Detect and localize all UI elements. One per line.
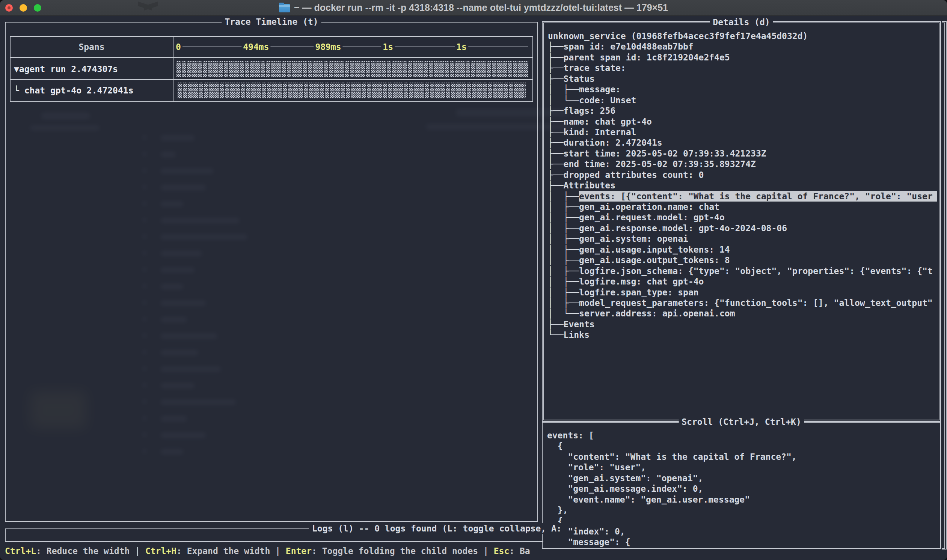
details-tree-line[interactable]: │ ├──message: [548, 84, 937, 95]
tree-guide: ├── [548, 74, 564, 84]
details-tree-line[interactable]: ├──Attributes [548, 180, 937, 191]
minimize-button[interactable] [20, 4, 27, 12]
details-tree-line[interactable]: │ ├──gen_ai.operation.name: chat [548, 202, 937, 212]
details-tree-line[interactable]: │ ├──logfire.json_schema: {"type": "obje… [548, 266, 937, 276]
details-tree-line[interactable]: │ ├──logfire.msg: chat gpt-4o [548, 276, 937, 287]
terminal-window: ~ — docker run --rm -it -p 4318:4318 --n… [0, 0, 947, 560]
details-tree-line[interactable]: ├──kind: Internal [548, 127, 937, 137]
tree-guide: │ ├── [548, 255, 579, 265]
details-tree-line[interactable]: unknown_service (01968fefb4acec3f9fef17e… [548, 31, 937, 41]
tree-node-text: model_request_parameters: {"function_too… [579, 298, 933, 308]
details-tree-line[interactable]: │ ├──gen_ai.usage.output_tokens: 8 [548, 255, 937, 265]
tree-node-text: end time: 2025-05-02 07:39:35.893274Z [564, 159, 756, 169]
details-tree-line[interactable]: ├──start time: 2025-05-02 07:39:33.42123… [548, 148, 937, 159]
span-duration-bar [176, 61, 529, 77]
tree-node-text: Status [564, 74, 595, 84]
tree-guide: ├── [548, 127, 564, 137]
close-button[interactable] [5, 4, 13, 12]
tree-node-text: start time: 2025-05-02 07:39:33.421233Z [564, 148, 766, 159]
shortcut-key: Enter [286, 546, 312, 556]
tree-guide: │ ├── [548, 298, 579, 308]
scroll-panel[interactable]: Scroll (Ctrl+J, Ctrl+K) events: [ { "con… [542, 422, 941, 549]
details-panel-title: Details (d) [710, 17, 773, 28]
details-tree-line[interactable]: ├──dropped attributes count: 0 [548, 170, 937, 180]
scroll-json-view[interactable]: events: [ { "content": "What is the capi… [543, 423, 940, 548]
folder-icon [279, 4, 290, 12]
json-line: { [547, 516, 939, 526]
titlebar: ~ — docker run --rm -it -p 4318:4318 --n… [0, 0, 947, 16]
terminal-screen: Trace Timeline (t) Spans 0494ms989ms1s1s… [0, 16, 947, 560]
tree-node-text: gen_ai.usage.input_tokens: 14 [579, 245, 730, 255]
json-line: { [547, 441, 939, 451]
window-title: ~ — docker run --rm -it -p 4318:4318 --n… [294, 2, 668, 13]
shortcut-description: : Ba [509, 546, 530, 556]
details-tree-line[interactable]: ├──trace state: [548, 63, 937, 73]
outer-frame-edge [942, 21, 947, 549]
tree-guide: ├── [548, 159, 564, 169]
span-row-label: ▼agent run 2.474307s [14, 58, 118, 80]
column-divider [173, 37, 174, 102]
tree-guide: │ ├── [548, 223, 579, 234]
tree-guide: │ └── [548, 308, 579, 318]
details-tree-line[interactable]: │ └──server.address: api.openai.com [548, 308, 937, 318]
details-tree[interactable]: unknown_service (01968fefb4acec3f9fef17e… [544, 23, 939, 420]
tree-guide: │ ├── [548, 245, 579, 255]
details-tree-line[interactable]: │ ├──gen_ai.request.model: gpt-4o [548, 212, 937, 223]
tree-node-text: gen_ai.operation.name: chat [579, 202, 719, 212]
span-row[interactable]: └ chat gpt-4o 2.472041s [11, 80, 533, 102]
tree-node-text: Links [564, 329, 590, 340]
details-tree-line[interactable]: ├──name: chat gpt-4o [548, 116, 937, 127]
tree-node-text: Events [564, 319, 595, 329]
trace-timeline-panel[interactable]: Trace Timeline (t) Spans 0494ms989ms1s1s… [5, 22, 538, 522]
details-tree-line[interactable]: ├──Status [548, 74, 937, 84]
details-tree-line[interactable]: ├──Events [548, 319, 937, 329]
details-tree-line[interactable]: │ ├──gen_ai.response.model: gpt-4o-2024-… [548, 223, 937, 234]
json-line: "content": "What is the capital of Franc… [547, 452, 939, 462]
scroll-panel-title: Scroll (Ctrl+J, Ctrl+K) [679, 417, 804, 427]
tree-node-text: Attributes [564, 180, 616, 191]
tree-node-text: message: [579, 84, 626, 95]
tree-guide: ├── [548, 116, 564, 127]
chevron-down-icon [136, 2, 160, 14]
tree-node-text: span id: e7e10d488eab7bbf [564, 41, 693, 52]
tree-guide: │ ├── [548, 287, 579, 298]
details-tree-line[interactable]: │ ├──model_request_parameters: {"functio… [548, 298, 937, 308]
tree-node-text: logfire.json_schema: {"type": "object", … [579, 266, 933, 276]
tree-guide: │ ├── [548, 202, 579, 212]
logs-panel[interactable]: Logs (l) -- 0 logs found (L: toggle coll… [5, 528, 544, 542]
tree-guide: ├── [548, 105, 564, 116]
tree-node-text: name: chat gpt-4o [564, 116, 652, 127]
shortcut-description: : Reduce the width | [36, 546, 145, 556]
traffic-lights [5, 4, 41, 12]
details-tree-line[interactable]: ├──duration: 2.472041s [548, 137, 937, 148]
ruler-tick-label: 1s [381, 42, 395, 52]
tree-node-text: logfire.span_type: span [579, 287, 699, 298]
json-line: "gen_ai.system": "openai", [547, 473, 939, 483]
details-tree-line-selected[interactable]: │ ├──events: [{"content": "What is the c… [548, 191, 937, 202]
details-panel[interactable]: Details (d) unknown_service (01968fefb4a… [542, 21, 941, 422]
tree-node-text: code: Unset [579, 95, 636, 105]
tree-guide: ├── [548, 137, 564, 148]
details-tree-line[interactable]: ├──span id: e7e10d488eab7bbf [548, 41, 937, 52]
details-tree-line[interactable]: │ ├──gen_ai.system: openai [548, 234, 937, 244]
details-tree-line[interactable]: ├──end time: 2025-05-02 07:39:35.893274Z [548, 159, 937, 169]
details-tree-line[interactable]: │ ├──gen_ai.usage.input_tokens: 14 [548, 245, 937, 255]
tree-node-text: duration: 2.472041s [564, 137, 662, 148]
details-tree-line[interactable]: ├──flags: 256 [548, 105, 937, 116]
tree-guide: ├── [548, 63, 564, 73]
details-tree-line[interactable]: │ └──code: Unset [548, 95, 937, 105]
details-tree-line[interactable]: ├──parent span id: 1c8f219204e2f4e5 [548, 52, 937, 63]
tree-node-text: gen_ai.request.model: gpt-4o [579, 212, 725, 223]
tree-guide: │ └── [548, 95, 579, 105]
ruler-tick-label: 1s [455, 42, 468, 52]
zoom-button[interactable] [34, 4, 41, 12]
details-tree-line[interactable]: │ ├──logfire.span_type: span [548, 287, 937, 298]
ruler-tick-label: 494ms [242, 42, 270, 52]
tree-node-text: gen_ai.usage.output_tokens: 8 [579, 255, 730, 265]
tree-guide: ├── [548, 180, 564, 191]
details-tree-line[interactable]: └──Links [548, 329, 937, 340]
shortcut-key: Esc [494, 546, 510, 556]
json-line: "event.name": "gen_ai.user.message" [547, 494, 939, 505]
ruler-line [176, 46, 528, 47]
span-row[interactable]: ▼agent run 2.474307s [11, 58, 533, 80]
